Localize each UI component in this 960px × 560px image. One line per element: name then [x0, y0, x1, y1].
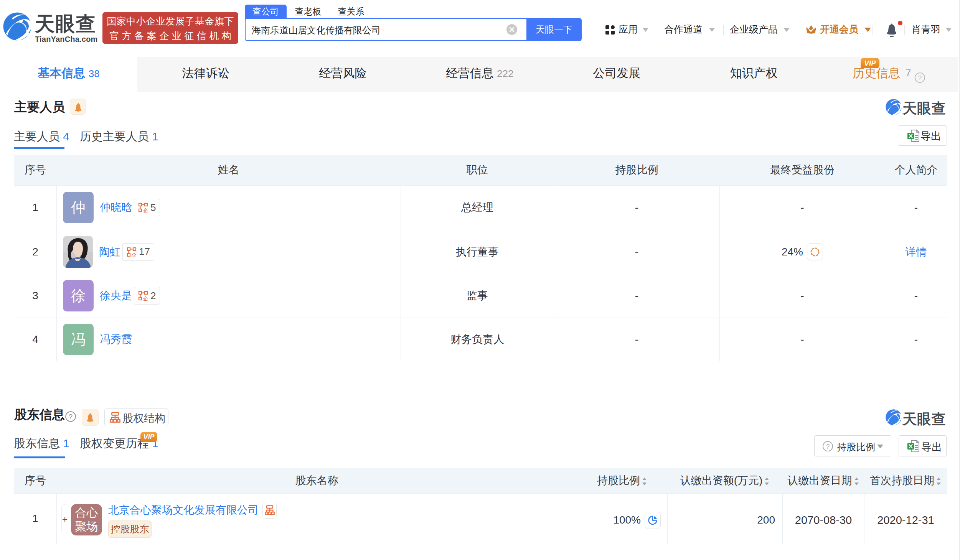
- svg-text:?: ?: [826, 443, 830, 450]
- svg-text:?: ?: [918, 74, 922, 82]
- svg-text:?: ?: [69, 413, 73, 421]
